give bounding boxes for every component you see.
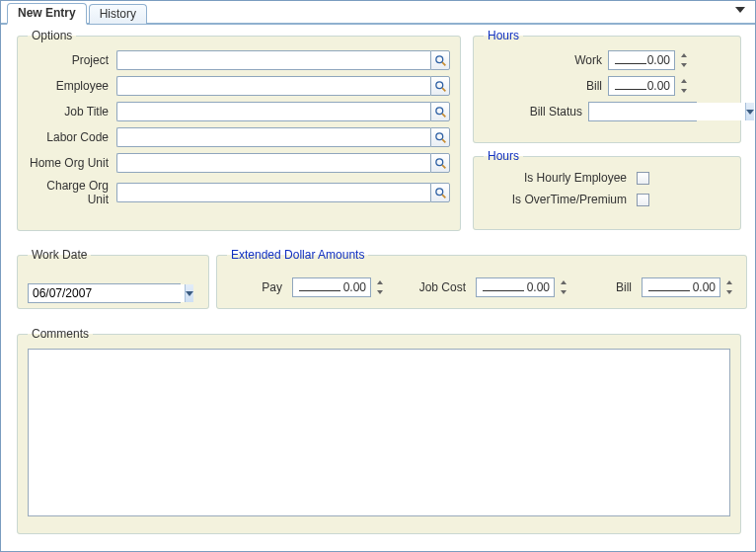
- workdate-group: Work Date: [17, 248, 209, 309]
- overtime-checkbox[interactable]: [637, 194, 649, 206]
- work-hours-input[interactable]: 0.00: [608, 50, 675, 70]
- svg-point-10: [435, 188, 442, 195]
- extbill-input[interactable]: 0.00: [642, 277, 720, 297]
- billstatus-combo[interactable]: [588, 102, 697, 121]
- bill-hours-value: 0.00: [647, 79, 670, 93]
- tab-menu-caret[interactable]: [735, 7, 745, 13]
- svg-line-9: [442, 165, 445, 168]
- workdate-combo[interactable]: [28, 283, 181, 303]
- magnify-icon: [434, 106, 447, 118]
- tab-strip: New Entry History: [1, 1, 755, 25]
- svg-line-5: [442, 114, 445, 117]
- project-lookup-button[interactable]: [430, 50, 450, 70]
- bill-hours-input[interactable]: 0.00: [608, 76, 675, 96]
- svg-point-0: [435, 55, 442, 62]
- svg-line-1: [442, 62, 445, 65]
- magnify-icon: [434, 131, 447, 144]
- chargeorg-input[interactable]: [116, 183, 430, 202]
- hour-flags-legend: Hours: [484, 149, 523, 163]
- magnify-icon: [434, 157, 447, 170]
- svg-line-3: [442, 88, 445, 91]
- pay-input[interactable]: 0.00: [292, 277, 371, 297]
- laborcode-input[interactable]: [116, 127, 430, 147]
- homeorg-lookup-button[interactable]: [430, 153, 450, 173]
- hourly-employee-label: Is Hourly Employee: [498, 171, 637, 185]
- jobcost-input[interactable]: 0.00: [476, 277, 555, 297]
- main-window: New Entry History Options Project Employ…: [0, 0, 756, 552]
- billstatus-dropdown-button[interactable]: [745, 103, 754, 120]
- work-hours-spinner[interactable]: [677, 50, 691, 70]
- extbill-spinner[interactable]: [722, 277, 736, 297]
- workdate-legend: Work Date: [28, 248, 91, 262]
- svg-point-8: [435, 158, 442, 165]
- options-legend: Options: [28, 29, 76, 42]
- tab-history[interactable]: History: [89, 4, 147, 24]
- extbill-label: Bill: [576, 280, 636, 294]
- pay-spinner[interactable]: [373, 277, 387, 297]
- pay-label: Pay: [227, 280, 286, 294]
- comments-group: Comments: [17, 327, 741, 534]
- hourly-employee-checkbox[interactable]: [637, 172, 649, 185]
- workdate-input[interactable]: [29, 284, 185, 302]
- bill-hours-label: Bill: [549, 79, 608, 93]
- extbill-value: 0.00: [693, 280, 716, 294]
- laborcode-lookup-button[interactable]: [430, 127, 450, 147]
- employee-input[interactable]: [116, 76, 430, 96]
- hours-group: Hours Work 0.00 Bill 0.00: [473, 29, 741, 143]
- magnify-icon: [434, 80, 447, 93]
- employee-label: Employee: [28, 79, 116, 93]
- extended-legend: Extended Dollar Amounts: [227, 248, 368, 262]
- laborcode-label: Labor Code: [28, 130, 116, 144]
- billstatus-label: Bill Status: [519, 105, 588, 118]
- svg-line-7: [442, 139, 445, 142]
- work-hours-value: 0.00: [647, 53, 670, 67]
- jobcost-spinner[interactable]: [557, 277, 570, 297]
- comments-textarea[interactable]: [28, 349, 730, 516]
- jobtitle-lookup-button[interactable]: [430, 102, 450, 121]
- chargeorg-label: Charge Org Unit: [28, 179, 116, 206]
- billstatus-input[interactable]: [589, 103, 745, 120]
- jobtitle-input[interactable]: [116, 102, 430, 121]
- magnify-icon: [434, 54, 447, 67]
- workdate-dropdown-button[interactable]: [185, 284, 193, 302]
- hours-legend: Hours: [484, 29, 523, 42]
- project-label: Project: [28, 53, 116, 67]
- tab-new-entry[interactable]: New Entry: [7, 3, 87, 25]
- bill-hours-spinner[interactable]: [677, 76, 691, 96]
- employee-lookup-button[interactable]: [430, 76, 450, 96]
- svg-line-11: [442, 195, 445, 197]
- homeorg-label: Home Org Unit: [28, 156, 116, 170]
- project-input[interactable]: [116, 50, 430, 70]
- magnify-icon: [434, 187, 447, 199]
- chargeorg-lookup-button[interactable]: [430, 183, 450, 202]
- overtime-label: Is OverTime/Premium: [498, 193, 637, 206]
- options-group: Options Project Employee: [17, 29, 461, 231]
- jobcost-label: Job Cost: [393, 280, 470, 294]
- svg-point-6: [435, 132, 442, 139]
- svg-point-2: [435, 81, 442, 88]
- comments-legend: Comments: [28, 327, 93, 341]
- jobtitle-label: Job Title: [28, 105, 116, 118]
- homeorg-input[interactable]: [116, 153, 430, 173]
- work-hours-label: Work: [549, 53, 608, 67]
- hour-flags-group: Hours Is Hourly Employee Is OverTime/Pre…: [473, 149, 741, 230]
- svg-point-4: [435, 107, 442, 114]
- pay-value: 0.00: [343, 280, 366, 294]
- extended-amounts-group: Extended Dollar Amounts Pay 0.00 Job Cos…: [216, 248, 747, 309]
- jobcost-value: 0.00: [527, 280, 550, 294]
